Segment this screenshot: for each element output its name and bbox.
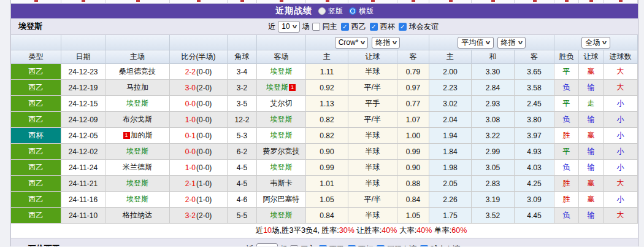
- match-date: 24-12-23: [61, 64, 105, 80]
- bookmaker-home-odds: 1.01: [306, 176, 348, 192]
- team-name-text: 埃登斯: [266, 82, 288, 93]
- team-name-text: 埃登斯: [126, 178, 148, 189]
- scope-select[interactable]: 全场v: [581, 37, 610, 49]
- average-home-odds: 3.02: [429, 96, 472, 112]
- summary-text: 近10场,胜3平3负4, 胜率:30% 让胜率:40% 大率:40% 单率:60…: [256, 225, 467, 236]
- average-draw-odds: 3.30: [472, 64, 515, 80]
- bookmaker-select[interactable]: Crow*v: [335, 37, 369, 49]
- filter-checkbox-西乙[interactable]: ✓: [341, 23, 349, 31]
- chevron-down-icon: v: [361, 39, 365, 45]
- match-date: 24-11-10: [61, 208, 105, 224]
- bookmaker-handicap: 平/半: [348, 80, 397, 96]
- halftime-score: (0-0): [196, 100, 212, 108]
- section-title: 近期战绩: [275, 6, 312, 17]
- result-goals: 小: [604, 128, 638, 144]
- chevron-down-icon: v: [602, 39, 607, 45]
- result-handicap: 赢: [579, 192, 604, 208]
- average-select[interactable]: 平均值v: [458, 37, 493, 49]
- radio-unchecked-icon[interactable]: [318, 7, 326, 15]
- result-goals: 大: [604, 176, 638, 192]
- filter-checkbox-同主[interactable]: [312, 23, 320, 31]
- red-text-artifact: [449, 0, 453, 2]
- next-filter-checkbox-同主[interactable]: [290, 245, 298, 246]
- average-away-odds: 4.25: [515, 176, 554, 192]
- score: 2-1(1-0): [170, 176, 228, 192]
- cell-border-artifact: [397, 0, 397, 4]
- next-filter-checkbox-label: 球会友谊: [431, 244, 460, 246]
- bookmaker-away-odds: 0.88: [397, 176, 429, 192]
- average-time-select[interactable]: 终指v: [497, 37, 526, 49]
- next-filter-checkbox-球会友谊[interactable]: ✓: [420, 245, 428, 246]
- result-handicap: 输: [579, 112, 604, 128]
- summary-stat-label: 场,胜3平3负4, 胜率:: [272, 226, 339, 235]
- bookmaker-home-odds: 0.90: [306, 144, 348, 160]
- corners: 12-2: [228, 112, 257, 128]
- result-outcome: 平: [554, 64, 579, 80]
- bookmaker-handicap: 半球: [348, 208, 397, 224]
- team-name-text: 格拉纳达: [123, 210, 152, 221]
- bookmaker-away-odds: 1.05: [397, 208, 429, 224]
- chevron-down-icon: v: [518, 39, 522, 45]
- cell-border-artifact: [514, 0, 515, 4]
- corners: 4-5: [228, 176, 257, 192]
- result-outcome: 胜: [554, 192, 579, 208]
- bookmaker-home-odds: 1.11: [306, 64, 348, 80]
- result-outcome: 负: [554, 208, 579, 224]
- fulltime-score: 0-0: [185, 100, 196, 108]
- red-text-artifact: [412, 0, 415, 2]
- average-away-odds: 4.93: [515, 144, 554, 160]
- score: 0-1(0-0): [170, 128, 228, 144]
- next-filter-checkbox-西杯[interactable]: ✓: [348, 245, 356, 246]
- summary-stat-label: 单率:: [432, 226, 451, 235]
- match-type-badge: 西乙: [11, 176, 61, 192]
- average-away-odds: 4.45: [515, 208, 554, 224]
- average-header-group: 平均值v 终指v: [429, 35, 554, 50]
- home-team: 桑坦德竞技: [105, 64, 170, 80]
- match-date: 24-12-02: [61, 144, 105, 160]
- next-team-name: 瓦伦西亚: [28, 243, 60, 246]
- filter-checkbox-西杯[interactable]: ✓: [370, 23, 378, 31]
- match-date: 24-12-09: [61, 112, 105, 128]
- home-team: 1加的斯: [105, 128, 170, 144]
- bookmaker-away-odds: 0.99: [397, 144, 429, 160]
- fulltime-score: 2-0: [185, 195, 196, 204]
- average-home-odds: 1.94: [429, 128, 472, 144]
- average-draw-odds: 2.83: [472, 176, 515, 192]
- cell-border-artifact: [169, 0, 170, 4]
- chevron-down-icon: v: [486, 39, 490, 45]
- layout-radio-vertical[interactable]: 竖版: [318, 6, 343, 17]
- radio-checked-icon[interactable]: [349, 7, 356, 15]
- layout-radio-horizontal[interactable]: 横版: [349, 6, 374, 17]
- filter-match-count-value: 10: [282, 22, 289, 31]
- next-filter-match-count-select[interactable]: 10v: [256, 243, 278, 246]
- team-name-text: 埃登斯: [270, 210, 293, 221]
- column-header-和: 和: [472, 50, 515, 64]
- match-type-badge: 西乙: [11, 80, 61, 96]
- result-goals: 小: [604, 160, 638, 176]
- column-header-客场: 客场: [257, 50, 306, 64]
- average-draw-odds: 3.22: [472, 128, 515, 144]
- fulltime-score: 2-1: [185, 179, 196, 188]
- team-name-text: 埃登斯: [270, 66, 293, 77]
- bookmaker-time-select[interactable]: 终指v: [372, 37, 400, 49]
- average-away-odds: 4.03: [515, 160, 554, 176]
- filter-checkbox-球会友谊[interactable]: ✓: [399, 23, 407, 31]
- home-team: 格拉纳达: [105, 208, 170, 224]
- team-name-text: 埃登斯: [270, 114, 293, 125]
- result-goals: 小: [604, 144, 638, 160]
- match-type-badge: 西乙: [11, 192, 61, 208]
- bookmaker-away-odds: 0.97: [397, 80, 429, 96]
- red-text-artifact: [34, 0, 38, 2]
- next-filter-checkbox-国际友谊[interactable]: ✓: [377, 245, 385, 246]
- team-name-text: 布尔戈斯: [123, 114, 152, 125]
- match-type-badge: 西乙: [11, 160, 61, 176]
- bookmaker-home-odds: 1.13: [306, 96, 348, 112]
- average-away-odds: 3.65: [515, 64, 554, 80]
- filter-match-count-select[interactable]: 10v: [278, 21, 299, 33]
- team-name-text: 费罗尔竞技: [263, 146, 300, 157]
- match-row: 西乙24-12-23桑坦德竞技2-2(0-0)3-4埃登斯1.11半球0.792…: [11, 64, 638, 80]
- filter-controls: 近10v场同主✓西乙✓西杯✓球会友谊: [268, 21, 439, 33]
- cell-border-artifact: [256, 0, 257, 4]
- next-filter-checkbox-西甲[interactable]: ✓: [319, 245, 327, 246]
- average-draw-odds: 2.93: [472, 96, 515, 112]
